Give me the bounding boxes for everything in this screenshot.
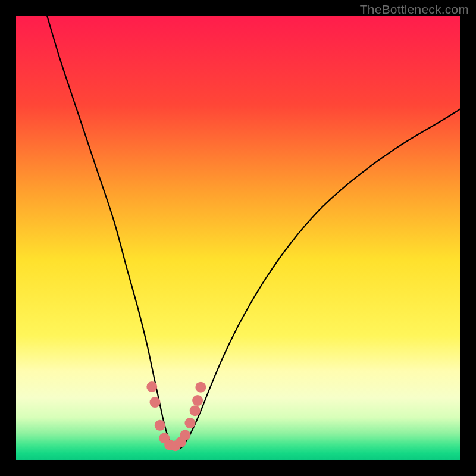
plot-area xyxy=(16,16,460,460)
watermark-text: TheBottleneck.com xyxy=(360,2,469,17)
highlight-dot xyxy=(190,405,201,416)
highlight-dot xyxy=(149,397,160,408)
highlight-dot xyxy=(195,382,206,393)
highlight-dot xyxy=(180,430,190,440)
highlight-dot xyxy=(155,420,165,431)
highlight-dot xyxy=(192,395,203,406)
chart-frame: TheBottleneck.com xyxy=(0,0,476,476)
gradient-background xyxy=(16,16,460,460)
highlight-dot xyxy=(184,418,195,428)
chart-canvas xyxy=(16,16,460,460)
highlight-dot xyxy=(146,381,157,392)
